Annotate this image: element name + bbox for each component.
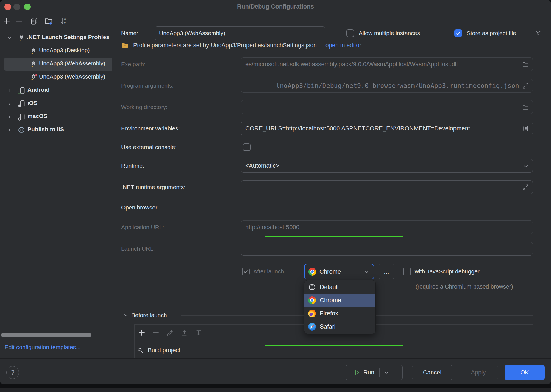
- before-launch-task-row[interactable]: Build project: [134, 342, 533, 358]
- rocket-error-icon: [30, 74, 37, 81]
- net-runtime-arguments-field[interactable]: [241, 180, 533, 194]
- launch-url-field[interactable]: [241, 242, 533, 256]
- publish-globe-icon: [18, 126, 25, 134]
- run-options-chevron-icon[interactable]: [383, 369, 389, 376]
- hammer-icon: [137, 346, 144, 354]
- remove-configuration-icon[interactable]: [15, 17, 23, 26]
- folder-icon[interactable]: [522, 103, 529, 111]
- move-down-icon[interactable]: [194, 328, 203, 337]
- with-js-debugger-checkbox[interactable]: [403, 268, 411, 275]
- browser-dropdown-popup: Default Chrome Firefox Safari: [304, 280, 376, 334]
- chevron-right-icon[interactable]: [7, 101, 12, 107]
- sidebar-item-unoapp3-webassembly-selected[interactable]: UnoApp3 (WebAssembly): [0, 58, 112, 71]
- run-button[interactable]: Run: [346, 365, 403, 380]
- add-configuration-icon[interactable]: [2, 17, 11, 26]
- new-folder-icon[interactable]: [44, 17, 53, 26]
- sidebar-item-android[interactable]: Android: [0, 84, 112, 97]
- before-launch-section-title: Before launch: [131, 311, 167, 319]
- popup-item-safari[interactable]: Safari: [304, 320, 375, 333]
- rocket-icon: [30, 60, 37, 68]
- mac-device-icon: [18, 113, 25, 121]
- runtime-dropdown[interactable]: <Automatic>: [241, 159, 533, 173]
- chevron-right-icon[interactable]: [7, 127, 12, 133]
- sidebar-item-label: UnoApp3 (Desktop): [39, 47, 90, 54]
- configurations-sidebar: a z .NET Launch Settings Profiles UnoApp…: [0, 14, 112, 358]
- name-label: Name:: [121, 29, 138, 37]
- chevron-right-icon[interactable]: [7, 114, 12, 120]
- name-field[interactable]: UnoApp3 (WebAssembly): [155, 26, 325, 40]
- application-url-value: http://localhost:5000: [245, 224, 529, 231]
- ios-phone-icon: [18, 100, 25, 108]
- cancel-button[interactable]: Cancel: [412, 365, 452, 380]
- footer-divider: [0, 358, 551, 359]
- popup-item-default[interactable]: Default: [304, 281, 375, 294]
- popup-item-chrome[interactable]: Chrome: [304, 294, 375, 307]
- chevron-down-icon[interactable]: [7, 35, 12, 41]
- banner-text: Profile parameters are set by UnoApp3/Pr…: [133, 42, 317, 49]
- edit-task-icon[interactable]: [166, 328, 174, 337]
- android-phone-icon: [18, 87, 25, 94]
- sidebar-item-label: .NET Launch Settings Profiles: [27, 34, 109, 40]
- folder-icon[interactable]: [522, 61, 529, 68]
- working-directory-field[interactable]: [241, 100, 533, 114]
- program-arguments-label: Program arguments:: [121, 82, 174, 89]
- sidebar-item-label: UnoApp3 (WebAssembly): [39, 60, 105, 67]
- edit-configuration-templates-link[interactable]: Edit configuration templates...: [5, 344, 81, 351]
- chrome-icon: [308, 268, 316, 276]
- name-value: UnoApp3 (WebAssembly): [159, 30, 322, 37]
- run-debug-configurations-dialog: Run/Debug Configurations a z: [0, 0, 551, 384]
- launch-settings-warning-icon: [121, 42, 129, 49]
- sort-alphabetically-icon[interactable]: a z: [59, 17, 68, 26]
- popup-item-label: Safari: [320, 323, 335, 330]
- popup-item-label: Default: [320, 284, 339, 291]
- remove-task-icon[interactable]: [151, 328, 160, 337]
- store-settings-gear-icon[interactable]: [534, 29, 542, 37]
- program-arguments-field[interactable]: lnoApp3/bin/Debug/net9.0-browserwasm/Uno…: [241, 79, 533, 93]
- expand-icon[interactable]: [522, 184, 529, 191]
- list-icon[interactable]: [522, 125, 529, 132]
- chrome-icon: [308, 296, 316, 304]
- ok-button[interactable]: OK: [505, 365, 545, 380]
- browse-browser-button[interactable]: ...: [379, 264, 394, 279]
- rocket-icon: [30, 47, 37, 55]
- expand-icon[interactable]: [522, 82, 529, 89]
- add-task-icon[interactable]: [137, 328, 146, 337]
- sidebar-item-label: iOS: [27, 100, 37, 106]
- open-in-editor-link[interactable]: open in editor: [325, 42, 361, 49]
- exe-path-field[interactable]: es/microsoft.net.sdk.webassembly.pack/9.…: [241, 57, 533, 71]
- sidebar-item-unoapp3-desktop[interactable]: UnoApp3 (Desktop): [0, 44, 112, 58]
- window-title: Run/Debug Configurations: [0, 3, 551, 10]
- open-browser-section-title: Open browser: [121, 204, 157, 211]
- sidebar-item-unoapp3-webassembly-error[interactable]: UnoApp3 (WebAssembly): [0, 71, 112, 84]
- copy-configuration-icon[interactable]: [30, 17, 38, 26]
- run-split-divider: [379, 368, 380, 377]
- section-divider: [177, 208, 533, 208]
- help-button[interactable]: ?: [6, 366, 19, 379]
- application-url-field[interactable]: http://localhost:5000: [241, 220, 533, 234]
- popup-item-label: Firefox: [320, 310, 338, 317]
- js-debugger-hint: (requires a Chromium-based browser): [416, 283, 513, 290]
- before-launch-collapse-icon[interactable]: [123, 312, 129, 318]
- environment-variables-field[interactable]: CORE_URLS=http://localhost:5000 ASPNETCO…: [241, 122, 533, 135]
- sidebar-toolbar: a z: [0, 14, 112, 29]
- profile-parameters-banner: Profile parameters are set by UnoApp3/Pr…: [121, 42, 464, 53]
- store-as-project-file-checkbox[interactable]: [454, 29, 462, 37]
- after-launch-checkbox[interactable]: [242, 268, 250, 275]
- use-external-console-label: Use external console:: [121, 143, 177, 151]
- run-play-icon: [353, 369, 360, 376]
- sidebar-item-macos[interactable]: macOS: [0, 110, 112, 124]
- popup-item-firefox[interactable]: Firefox: [304, 307, 375, 320]
- use-external-console-checkbox[interactable]: [243, 143, 251, 151]
- sidebar-item-publish-to-iis[interactable]: Publish to IIS: [0, 124, 112, 137]
- allow-multiple-instances-label: Allow multiple instances: [359, 29, 420, 37]
- move-up-icon[interactable]: [180, 328, 189, 337]
- browser-select-dropdown[interactable]: Chrome: [304, 264, 374, 279]
- sidebar-item-net-launch-settings-profiles[interactable]: .NET Launch Settings Profiles: [0, 31, 112, 44]
- horizontal-scrollbar[interactable]: [1, 333, 91, 337]
- desktop-backdrop: [0, 388, 551, 392]
- allow-multiple-instances-checkbox[interactable]: [346, 29, 354, 37]
- sidebar-item-label: Publish to IIS: [27, 126, 64, 133]
- sidebar-item-ios[interactable]: iOS: [0, 97, 112, 110]
- apply-button[interactable]: Apply: [459, 365, 498, 380]
- chevron-right-icon[interactable]: [7, 88, 12, 93]
